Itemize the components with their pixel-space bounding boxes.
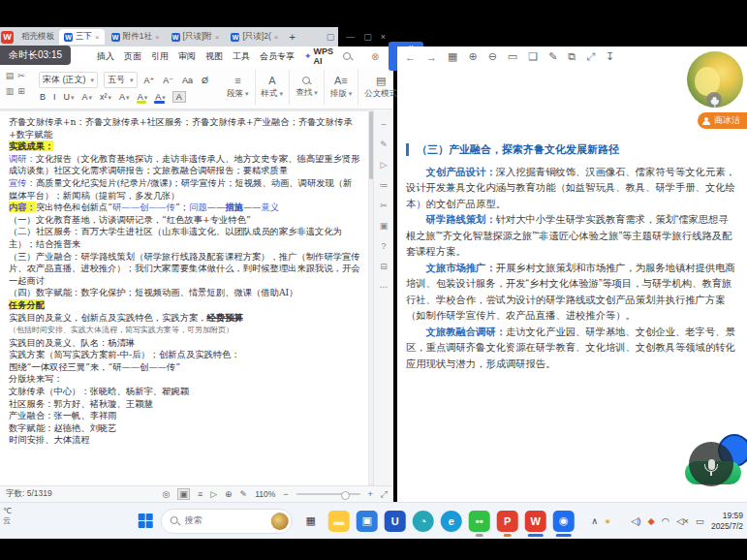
font-color-button[interactable]: A▾: [154, 92, 167, 102]
tray-expand-icon[interactable]: ∧: [591, 515, 598, 526]
page-view-icon[interactable]: ▣: [177, 488, 190, 500]
taskbar-app-task-view[interactable]: ▦: [300, 511, 322, 532]
annotate-icon[interactable]: ✎: [548, 50, 557, 63]
zoom-slider-handle[interactable]: [341, 491, 350, 500]
collapse-icon[interactable]: –: [381, 119, 386, 129]
maximize-button[interactable]: ▢: [363, 32, 372, 42]
fullscreen-icon[interactable]: ⤢: [586, 50, 595, 63]
grow-font-button[interactable]: A⁺: [143, 76, 156, 85]
tray-mic-icon[interactable]: [617, 515, 624, 526]
search-icon[interactable]: [343, 52, 352, 61]
strikethrough-button[interactable]: A▾: [81, 92, 94, 102]
docer-templates-tab[interactable]: 稻壳模板: [16, 31, 59, 43]
pages-icon[interactable]: ❏: [528, 50, 538, 63]
menu-item-引用[interactable]: 引用: [151, 50, 169, 63]
taskbar-app-wps-writer[interactable]: W: [525, 511, 546, 532]
font-name-select[interactable]: 宋体 (正文)▾: [39, 72, 98, 88]
bold-button[interactable]: B: [39, 92, 47, 102]
help-icon[interactable]: ?: [381, 241, 386, 251]
new-tab-button[interactable]: +: [285, 31, 298, 43]
minimize-button[interactable]: —: [346, 32, 355, 42]
menu-item-会员专享[interactable]: 会员专享: [260, 50, 295, 63]
clear-format-button[interactable]: Ø: [201, 76, 209, 85]
font-size-select[interactable]: 五号▾: [104, 72, 138, 88]
thumbnails-icon[interactable]: ▦: [448, 50, 457, 63]
forward-icon[interactable]: →: [426, 51, 437, 63]
menu-item-页面[interactable]: 页面: [124, 50, 141, 63]
tray-app-yellow-icon[interactable]: ●: [605, 515, 610, 526]
format-painter-icon[interactable]: ⊞: [17, 86, 25, 96]
tray-sound-icon[interactable]: ◁): [631, 515, 640, 526]
tab-close-icon[interactable]: ×: [95, 33, 100, 42]
notes-icon[interactable]: ⊟: [380, 262, 388, 271]
char-shading-button[interactable]: A▾: [118, 92, 131, 102]
underline-button[interactable]: U▾: [63, 92, 76, 102]
highlight-button[interactable]: A▾: [137, 92, 149, 102]
web-view-icon[interactable]: ⊕: [225, 489, 233, 499]
menu-item-视图[interactable]: 视图: [205, 50, 223, 63]
tray-wifi-icon[interactable]: ◠: [662, 515, 669, 526]
taskbar-app-wechat[interactable]: ••: [469, 511, 490, 532]
tray-power-icon[interactable]: ▭: [696, 515, 704, 526]
wps-ai-button[interactable]: ✦WPS AI: [304, 47, 333, 66]
taskbar-app-wps-ppt[interactable]: P: [497, 511, 518, 532]
italic-button[interactable]: I: [52, 92, 57, 102]
menu-item-工具[interactable]: 工具: [233, 50, 250, 63]
image-tool-icon[interactable]: ▣: [380, 221, 389, 231]
tab-close-icon[interactable]: ×: [274, 33, 279, 42]
taskbar-app-edge[interactable]: e: [441, 511, 462, 532]
superscript-button[interactable]: x²▾: [99, 92, 112, 102]
paste-icon[interactable]: ▤: [6, 71, 15, 80]
start-button[interactable]: [138, 513, 153, 529]
tray-mute-icon[interactable]: ◁×: [676, 515, 689, 526]
zoom-out-button[interactable]: −: [283, 489, 288, 499]
fit-width-icon[interactable]: ▭: [508, 50, 517, 63]
taskbar-app-file-explorer[interactable]: ▬: [328, 511, 350, 532]
document-tab[interactable]: W[只读]2(×: [226, 29, 283, 45]
cut-tool-icon[interactable]: ✂: [380, 201, 388, 210]
document-tab[interactable]: W[只读]附×: [167, 29, 225, 45]
zoom-in-icon[interactable]: ⊕: [468, 50, 477, 63]
shrink-font-button[interactable]: A⁻: [162, 76, 174, 85]
zoom-slider[interactable]: [296, 493, 360, 495]
more-tools-icon[interactable]: ⋯: [380, 282, 389, 292]
menu-item-插入[interactable]: 插入: [97, 50, 114, 63]
change-case-button[interactable]: Aa: [181, 76, 194, 85]
taskbar-app-docs-teal[interactable]: ◔: [413, 511, 434, 532]
close-pane-icon[interactable]: ⊗: [371, 51, 379, 62]
zoom-in-button[interactable]: +: [368, 489, 373, 499]
apps-icon[interactable]: ⧉: [568, 50, 576, 63]
back-icon[interactable]: ←: [405, 51, 416, 63]
char-border-button[interactable]: A: [172, 91, 186, 103]
tab-close-icon[interactable]: ×: [155, 33, 160, 42]
outline-view-icon[interactable]: ≡: [198, 489, 202, 499]
document-page[interactable]: 齐鲁文脉传承+n：齐鲁文脉传承+社区服务；齐鲁文脉传承+产业融合；齐鲁文脉传承+…: [0, 111, 368, 485]
taskbar-app-photos[interactable]: ▣: [357, 511, 378, 532]
menu-item-审阅[interactable]: 审阅: [178, 50, 196, 63]
pen-tool-icon[interactable]: ✎: [380, 140, 388, 149]
read-mode-icon[interactable]: ▷: [210, 489, 217, 499]
document-tab[interactable]: W附件1社×: [107, 29, 165, 45]
taskbar-app-tencent-meeting[interactable]: ◉: [553, 511, 575, 532]
spell-check-icon[interactable]: ◎: [163, 489, 171, 499]
typeset-group-button[interactable]: A≡排版▾: [325, 68, 358, 107]
taskbar-search[interactable]: 搜索: [161, 509, 293, 534]
fullscreen-icon[interactable]: ⤢: [381, 489, 388, 500]
zoom-out-icon[interactable]: ⊖: [488, 50, 497, 63]
settings-tool-icon[interactable]: ≔: [380, 180, 389, 190]
select-tool-icon[interactable]: ▷: [381, 160, 388, 170]
mute-toggle-button[interactable]: [689, 442, 733, 486]
tab-close-icon[interactable]: ×: [215, 33, 220, 42]
zoom-level[interactable]: 110%: [255, 489, 275, 499]
edit-mode-icon[interactable]: ✎: [240, 489, 248, 499]
close-button[interactable]: ×: [381, 32, 386, 42]
download-icon[interactable]: ↧: [606, 50, 614, 63]
cut-icon[interactable]: ✂: [17, 71, 25, 80]
restore-window-button[interactable]: ▢: [323, 32, 339, 42]
document-tab[interactable]: W三下×: [59, 29, 105, 45]
styles-group-button[interactable]: A样式▾: [256, 68, 290, 107]
paragraph-group-button[interactable]: ≡段落▾: [221, 68, 255, 107]
taskbar-clock[interactable]: 19:592025/7/2: [711, 511, 743, 531]
taskbar-app-app-u[interactable]: U: [385, 511, 406, 532]
find-group-button[interactable]: 查找▾: [290, 68, 324, 107]
